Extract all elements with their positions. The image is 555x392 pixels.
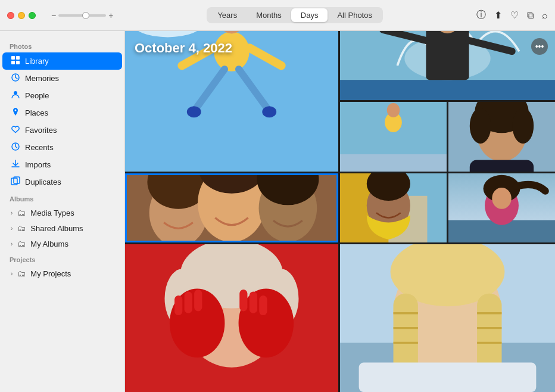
chevron-right-icon: › (11, 210, 13, 216)
toolbar-tabs: Years Months Days All Photos (207, 7, 383, 23)
places-icon (11, 107, 20, 119)
sidebar-item-my-albums[interactable]: › 🗂 My Albums (2, 236, 122, 251)
zoom-control: − + (51, 11, 113, 20)
people-label: People (25, 91, 49, 100)
svg-point-6 (15, 110, 17, 111)
my-albums-label: My Albums (30, 239, 68, 248)
duplicates-label: Duplicates (25, 178, 61, 186)
photo-cell-8[interactable] (125, 244, 338, 392)
tab-all-photos[interactable]: All Photos (328, 8, 382, 22)
main: Photos Library Memories People Places (0, 31, 555, 392)
sidebar-item-places[interactable]: Places (2, 104, 122, 122)
date-label: October 4, 2022 (135, 41, 232, 56)
svg-rect-24 (340, 80, 555, 100)
photo-grid: October 4, 2022 (125, 31, 555, 392)
sidebar: Photos Library Memories People Places (0, 31, 125, 392)
tab-months[interactable]: Months (247, 8, 291, 22)
svg-point-5 (14, 91, 17, 95)
library-label: Library (25, 57, 49, 66)
my-projects-folder-icon: 🗂 (17, 269, 26, 278)
chevron-right-icon-2: › (11, 225, 13, 232)
svg-point-34 (387, 103, 400, 117)
sidebar-item-imports[interactable]: Imports (2, 156, 122, 173)
sidebar-item-my-projects[interactable]: › 🗂 My Projects (2, 266, 122, 281)
svg-rect-32 (340, 154, 447, 171)
heart-icon[interactable]: ♡ (510, 10, 519, 21)
more-icon: ••• (535, 42, 544, 51)
places-label: Places (25, 108, 48, 117)
sidebar-item-people[interactable]: People (2, 87, 122, 104)
svg-point-58 (492, 188, 512, 209)
chevron-right-icon-3: › (11, 241, 13, 247)
svg-rect-69 (239, 290, 247, 311)
sidebar-item-favorites[interactable]: Favorites (2, 122, 122, 139)
svg-rect-71 (259, 295, 267, 315)
my-albums-folder-icon: 🗂 (17, 239, 26, 248)
sidebar-item-duplicates[interactable]: Duplicates (2, 173, 122, 191)
sidebar-item-memories[interactable]: Memories (2, 70, 122, 87)
zoom-plus-icon[interactable]: + (108, 11, 113, 20)
photo-cell-6[interactable] (340, 173, 447, 242)
media-types-folder-icon: 🗂 (17, 208, 26, 217)
maximize-button[interactable] (29, 12, 36, 19)
my-projects-label: My Projects (30, 269, 71, 278)
svg-rect-84 (359, 362, 537, 392)
zoom-slider-thumb (82, 12, 89, 19)
share-icon[interactable]: ⬆ (494, 10, 502, 21)
svg-rect-40 (470, 160, 534, 172)
sidebar-item-recents[interactable]: Recents (2, 139, 122, 156)
duplicates-icon (11, 176, 20, 188)
chevron-right-icon-4: › (11, 270, 13, 277)
svg-point-38 (470, 108, 491, 144)
photo-cell-2[interactable]: ••• (340, 31, 555, 100)
albums-section-label: Albums (0, 191, 124, 205)
tab-years[interactable]: Years (208, 8, 247, 22)
recents-label: Recents (25, 143, 54, 152)
titlebar: − + Years Months Days All Photos ⓘ ⬆ ♡ ⧉… (0, 0, 555, 31)
photo-content: October 4, 2022 (125, 31, 555, 392)
library-icon (11, 55, 20, 67)
sidebar-item-library[interactable]: Library (2, 52, 122, 70)
photo-cell-7[interactable] (448, 173, 555, 242)
zoom-minus-icon[interactable]: − (51, 11, 56, 20)
memories-icon (11, 73, 20, 84)
svg-rect-27 (426, 31, 469, 80)
close-button[interactable] (7, 12, 14, 19)
photo-cell-9[interactable] (340, 244, 555, 392)
sidebar-item-media-types[interactable]: › 🗂 Media Types (2, 205, 122, 220)
more-button[interactable]: ••• (531, 38, 548, 55)
imports-label: Imports (25, 160, 51, 169)
photos-section-label: Photos (0, 38, 124, 52)
people-icon (11, 90, 20, 101)
photo-cell-5[interactable] (125, 173, 338, 242)
svg-rect-67 (185, 291, 192, 313)
favorites-icon (11, 125, 20, 136)
photo-cell-1[interactable]: October 4, 2022 (125, 31, 338, 172)
search-icon[interactable]: ⌕ (542, 10, 548, 21)
projects-section-label: Projects (0, 251, 124, 266)
sidebar-item-shared-albums[interactable]: › 🗂 Shared Albums (2, 220, 122, 236)
toolbar-actions: ⓘ ⬆ ♡ ⧉ ⌕ (476, 9, 548, 21)
photo-cell-4[interactable] (448, 102, 555, 171)
svg-point-39 (512, 108, 534, 144)
traffic-lights (7, 12, 36, 19)
info-icon[interactable]: ⓘ (476, 9, 486, 21)
duplicate-icon[interactable]: ⧉ (527, 10, 534, 21)
recents-icon (11, 142, 20, 153)
svg-rect-2 (11, 61, 15, 64)
tab-days[interactable]: Days (291, 8, 328, 22)
favorites-label: Favorites (25, 126, 57, 135)
svg-point-22 (262, 106, 276, 117)
photo-cell-3[interactable] (340, 102, 447, 171)
svg-rect-0 (11, 56, 15, 60)
shared-albums-label: Shared Albums (30, 224, 83, 233)
imports-icon (11, 159, 20, 170)
svg-rect-66 (174, 295, 182, 315)
zoom-slider[interactable] (58, 14, 106, 17)
minimize-button[interactable] (18, 12, 25, 19)
memories-label: Memories (25, 74, 59, 83)
svg-rect-1 (16, 56, 20, 60)
svg-rect-68 (194, 290, 202, 311)
svg-point-21 (187, 106, 201, 117)
svg-rect-70 (250, 291, 257, 313)
